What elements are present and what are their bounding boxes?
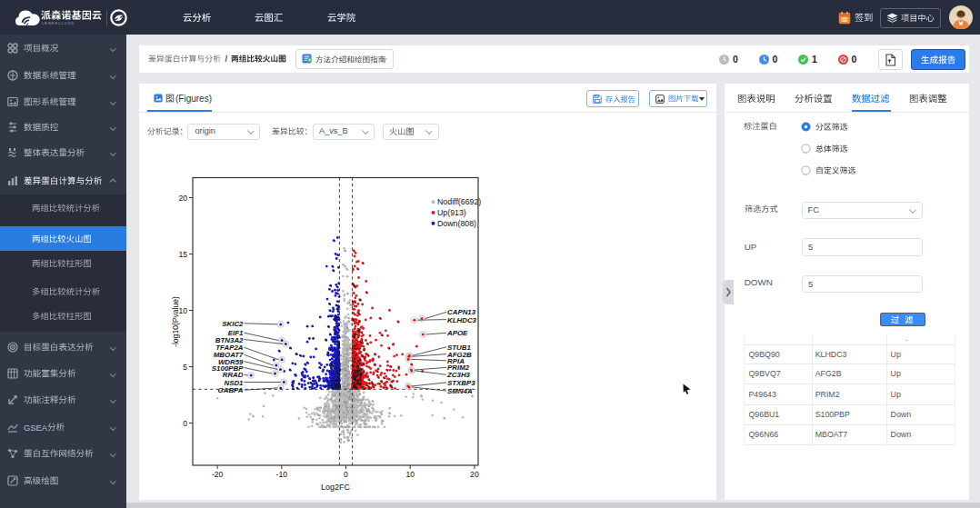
svg-text:NSD1: NSD1: [224, 379, 243, 387]
svg-text:KLHDC3: KLHDC3: [447, 316, 477, 324]
svg-text:SKIC2: SKIC2: [222, 320, 244, 328]
svg-text:SMN4A: SMN4A: [447, 387, 473, 395]
svg-text:Down(808): Down(808): [437, 219, 476, 228]
svg-text:0: 0: [344, 470, 348, 479]
svg-text:0: 0: [183, 419, 187, 428]
svg-text:APOE: APOE: [446, 329, 468, 337]
svg-text:Log2FC: Log2FC: [321, 483, 351, 492]
svg-text:Up(913): Up(913): [437, 208, 466, 217]
svg-text:15: 15: [178, 250, 187, 259]
svg-text:-10: -10: [276, 470, 288, 479]
svg-text:GABPA: GABPA: [218, 386, 244, 394]
svg-text:BTN3A2: BTN3A2: [215, 336, 244, 344]
svg-text:5: 5: [183, 363, 187, 372]
svg-text:-20: -20: [212, 470, 224, 479]
svg-text:Nodiff(6692): Nodiff(6692): [437, 197, 481, 206]
svg-text:20: 20: [470, 470, 479, 479]
svg-text:20: 20: [178, 194, 187, 203]
svg-text:-log10(Pvalue): -log10(Pvalue): [171, 296, 180, 347]
svg-text:STXBP3: STXBP3: [447, 379, 475, 387]
svg-text:10: 10: [405, 470, 415, 479]
